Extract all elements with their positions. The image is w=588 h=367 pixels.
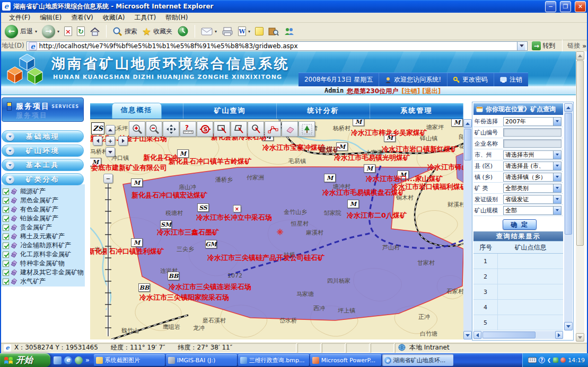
layer-checkbox-checked[interactable] bbox=[3, 216, 9, 222]
map-marker-×[interactable]: × bbox=[233, 205, 241, 212]
favorites-button[interactable]: ★ 收藏夹 bbox=[141, 25, 174, 38]
select-polygon-button[interactable] bbox=[231, 121, 247, 137]
measure-button[interactable]: ? bbox=[180, 121, 196, 137]
taskbar-task-3[interactable]: 三维行政查询.bmp... bbox=[238, 354, 309, 366]
panel-scroll-thumb[interactable] bbox=[565, 113, 572, 235]
table-row-3[interactable]: 3 bbox=[473, 284, 563, 300]
dropdown-arrow-icon[interactable] bbox=[553, 184, 561, 192]
results-scroll-right-button[interactable] bbox=[555, 331, 563, 339]
notes-button[interactable] bbox=[253, 26, 265, 36]
zoom-out-button[interactable] bbox=[146, 121, 162, 137]
confirm-button[interactable]: 确 定 bbox=[503, 219, 537, 230]
tab-1[interactable]: 信息概括 bbox=[90, 103, 183, 119]
select-1[interactable]: 2007年 bbox=[503, 117, 561, 126]
layer-item-11[interactable]: 水气矿产 bbox=[3, 277, 85, 286]
start-button[interactable]: 开始 bbox=[0, 353, 50, 367]
dropdown-arrow-icon[interactable] bbox=[553, 162, 561, 170]
zoom-slider[interactable] bbox=[101, 183, 117, 339]
menu-item-5[interactable]: 工具(T) bbox=[129, 13, 161, 23]
layer-checkbox-checked[interactable] bbox=[3, 279, 9, 285]
map-marker-BB[interactable]: BB bbox=[168, 272, 179, 280]
table-row-2[interactable]: 2 bbox=[473, 269, 563, 284]
research-button[interactable] bbox=[267, 26, 280, 37]
mail-dropdown-icon[interactable]: ▾ bbox=[215, 29, 217, 34]
layer-checkbox-checked[interactable] bbox=[3, 234, 9, 240]
results-horizontal-scrollbar[interactable] bbox=[473, 331, 563, 339]
tray-green-icon[interactable] bbox=[553, 357, 558, 363]
eraser-button[interactable] bbox=[282, 121, 298, 137]
go-button[interactable]: → 转到 bbox=[530, 41, 557, 50]
dropdown-arrow-icon[interactable] bbox=[553, 118, 561, 126]
layer-item-10[interactable]: 建材及其它非金属矿物 bbox=[3, 268, 85, 277]
map-marker-M[interactable]: M bbox=[131, 178, 143, 187]
menu-item-4[interactable]: 收藏(A) bbox=[98, 13, 130, 23]
page-scroll-down-button[interactable] bbox=[576, 333, 584, 342]
results-scroll-left-button[interactable] bbox=[473, 331, 481, 339]
taskbar-task-4[interactable]: Microsoft PowerP... bbox=[310, 354, 381, 366]
layer-checkbox-checked[interactable] bbox=[3, 270, 9, 276]
map-marker-M[interactable]: M bbox=[324, 174, 336, 182]
panel-scroll-up-button[interactable] bbox=[564, 103, 573, 112]
map-marker-M[interactable]: M bbox=[131, 238, 143, 247]
logout-exit-links[interactable]: [注销] [退出] bbox=[401, 87, 441, 96]
map-marker-M[interactable]: M bbox=[451, 119, 463, 127]
back-button[interactable]: ← 后退 ▾ bbox=[3, 24, 39, 39]
table-row-5[interactable]: 5 bbox=[473, 315, 563, 330]
layer-item-6[interactable]: 稀土及元素矿产 bbox=[3, 232, 85, 241]
forward-dropdown-icon[interactable]: ▾ bbox=[57, 29, 59, 34]
layer-checkbox-checked[interactable] bbox=[3, 189, 9, 195]
edit-word-button[interactable]: W ▾ bbox=[236, 26, 252, 37]
ie-quicklaunch-icon[interactable]: e bbox=[64, 356, 72, 364]
stop-button[interactable]: × bbox=[63, 26, 74, 37]
pan-button[interactable] bbox=[163, 121, 179, 137]
results-scroll-thumb[interactable] bbox=[482, 332, 536, 338]
layer-checkbox-checked[interactable] bbox=[3, 252, 9, 258]
legend-button[interactable] bbox=[299, 121, 315, 137]
map-marker-BB[interactable]: BB bbox=[138, 283, 150, 292]
layer-checkbox-checked[interactable] bbox=[3, 261, 9, 267]
mail-button[interactable]: ▾ bbox=[199, 26, 218, 36]
links-chevron-icon[interactable]: » bbox=[582, 42, 586, 50]
pan-center-button[interactable]: + bbox=[106, 136, 115, 146]
layer-item-2[interactable]: 黑色金属矿产 bbox=[3, 196, 85, 205]
select-4[interactable]: 请选择市州 bbox=[503, 150, 561, 159]
messenger-button[interactable] bbox=[282, 26, 296, 37]
refresh-button[interactable]: ↻ bbox=[75, 26, 86, 37]
tray-chevron-icon[interactable]: ❮ bbox=[547, 357, 551, 363]
input-2[interactable] bbox=[503, 128, 561, 137]
search-button[interactable]: 搜索 bbox=[111, 26, 139, 37]
select-8[interactable]: 省级发证 bbox=[503, 195, 561, 204]
zoom-slider-minus-button[interactable]: − bbox=[103, 174, 113, 183]
back-dropdown-icon[interactable]: ▾ bbox=[35, 29, 37, 34]
map-marker-M[interactable]: M bbox=[347, 200, 359, 208]
map-canvas[interactable]: ZS + − ?S 新化县...村金子山采石场新化县新冷采石场冷水江市梓龙乡吴家… bbox=[90, 119, 463, 339]
pan-left-button[interactable] bbox=[93, 136, 102, 146]
page-vertical-scrollbar[interactable] bbox=[576, 51, 584, 342]
full-extent-button[interactable]: S bbox=[197, 121, 213, 137]
menu-item-2[interactable]: 编辑(E) bbox=[35, 13, 66, 23]
map-marker-GM[interactable]: GM bbox=[205, 240, 217, 248]
layer-checkbox-checked[interactable] bbox=[3, 198, 9, 204]
layer-item-4[interactable]: 铂族金属矿产 bbox=[3, 214, 85, 223]
page-scroll-up-button[interactable] bbox=[576, 51, 584, 60]
layer-item-1[interactable]: 能源矿产 bbox=[3, 187, 85, 196]
layer-item-3[interactable]: 有色金属矿产 bbox=[3, 205, 85, 214]
select-6[interactable]: 请选择镇（乡） bbox=[503, 173, 561, 182]
close-button[interactable]: ✕ bbox=[575, 1, 586, 12]
address-input[interactable]: e http://localhost/%e7%9f%bf%e5%b1%b1%e5… bbox=[27, 41, 528, 51]
home-button[interactable] bbox=[88, 26, 102, 37]
change-password-link[interactable]: 更改密码 bbox=[447, 73, 494, 86]
sidebar-section-3[interactable]: 基本工具 bbox=[2, 159, 84, 171]
sidebar-section-2[interactable]: 矿山环境 bbox=[2, 145, 84, 157]
menu-item-3[interactable]: 查看(V) bbox=[66, 13, 98, 23]
zoom-in-button[interactable] bbox=[129, 121, 145, 137]
select-7[interactable]: 全部类别 bbox=[503, 184, 561, 193]
distance-button[interactable] bbox=[265, 121, 281, 137]
links-label[interactable]: 链接 bbox=[567, 41, 580, 50]
tab-2[interactable]: 矿山查询 bbox=[183, 103, 277, 119]
select-5[interactable]: 请选择县 (市、 bbox=[503, 162, 561, 171]
map-scroll-up-button[interactable] bbox=[463, 119, 472, 128]
forward-button[interactable]: → ▾ bbox=[40, 24, 61, 39]
map-scroll-down-button[interactable] bbox=[463, 331, 472, 339]
logout-link[interactable]: 注销 bbox=[494, 73, 528, 86]
